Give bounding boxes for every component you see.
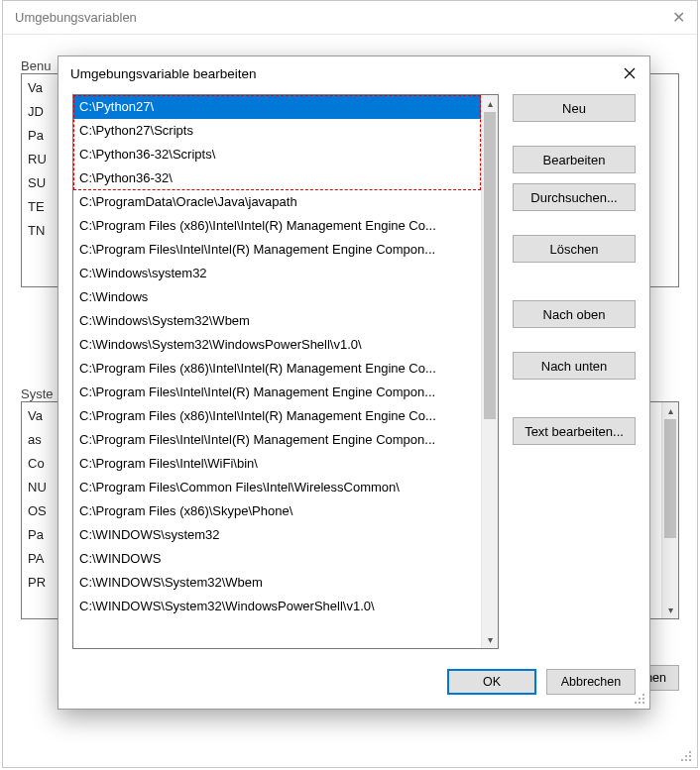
- path-row[interactable]: C:\Program Files\Intel\WiFi\bin\: [73, 452, 481, 476]
- path-row[interactable]: C:\Program Files (x86)\Skype\Phone\: [73, 499, 481, 523]
- path-row[interactable]: C:\Python36-32\: [73, 166, 481, 190]
- path-row[interactable]: C:\Python27\: [73, 95, 481, 119]
- svg-rect-11: [635, 702, 637, 704]
- resize-grip-icon[interactable]: [633, 692, 646, 706]
- ok-button[interactable]: OK: [447, 669, 536, 695]
- svg-rect-9: [642, 702, 644, 704]
- browse-button[interactable]: Durchsuchen...: [513, 183, 636, 211]
- edit-env-var-dialog: Umgebungsvariable bearbeiten C:\Python27…: [58, 55, 650, 710]
- scrollbar[interactable]: ▴ ▾: [481, 95, 498, 648]
- path-row[interactable]: C:\Windows\System32\Wbem: [73, 309, 481, 333]
- svg-rect-0: [689, 751, 691, 753]
- path-row[interactable]: C:\Program Files\Intel\Intel(R) Manageme…: [73, 238, 481, 262]
- path-row[interactable]: C:\Program Files (x86)\Intel\Intel(R) Ma…: [73, 214, 481, 238]
- path-row[interactable]: C:\Windows\system32: [73, 262, 481, 285]
- delete-button[interactable]: Löschen: [513, 235, 636, 263]
- close-icon[interactable]: [620, 63, 640, 83]
- svg-rect-4: [685, 759, 687, 761]
- svg-rect-2: [685, 755, 687, 757]
- svg-rect-10: [639, 702, 641, 704]
- scroll-down-icon[interactable]: ▾: [482, 631, 498, 648]
- side-button-column: Neu Bearbeiten Durchsuchen... Löschen Na…: [513, 94, 636, 649]
- path-row[interactable]: C:\Windows: [73, 285, 481, 309]
- scroll-thumb[interactable]: [484, 112, 496, 419]
- svg-rect-5: [681, 759, 683, 761]
- edit-text-button[interactable]: Text bearbeiten...: [513, 417, 636, 445]
- env-vars-title: Umgebungsvariablen: [15, 10, 137, 25]
- path-row[interactable]: C:\Program Files (x86)\Intel\Intel(R) Ma…: [73, 357, 481, 381]
- svg-rect-8: [639, 698, 641, 700]
- path-row[interactable]: C:\WINDOWS\System32\WindowsPowerShell\v1…: [73, 595, 481, 618]
- path-row[interactable]: C:\Python36-32\Scripts\: [73, 143, 481, 166]
- path-row[interactable]: C:\Program Files\Intel\Intel(R) Manageme…: [73, 428, 481, 452]
- move-down-button[interactable]: Nach unten: [513, 352, 636, 380]
- path-row[interactable]: C:\Program Files\Intel\Intel(R) Manageme…: [73, 381, 481, 404]
- path-row[interactable]: C:\ProgramData\Oracle\Java\javapath: [73, 190, 481, 214]
- cancel-button[interactable]: Abbrechen: [546, 669, 636, 695]
- scroll-up-icon[interactable]: ▴: [482, 95, 498, 112]
- path-list[interactable]: C:\Python27\C:\Python27\ScriptsC:\Python…: [73, 95, 481, 648]
- svg-rect-1: [689, 755, 691, 757]
- new-button[interactable]: Neu: [513, 94, 636, 122]
- env-vars-titlebar: Umgebungsvariablen ✕: [3, 1, 697, 35]
- path-row[interactable]: C:\WINDOWS\system32: [73, 523, 481, 547]
- close-icon[interactable]: ✕: [672, 8, 685, 27]
- svg-rect-3: [689, 759, 691, 761]
- svg-rect-7: [642, 698, 644, 700]
- scrollbar[interactable]: ▴ ▾: [661, 402, 678, 618]
- resize-grip-icon[interactable]: [679, 749, 693, 763]
- dialog-titlebar: Umgebungsvariable bearbeiten: [58, 56, 649, 90]
- path-row[interactable]: C:\WINDOWS: [73, 547, 481, 571]
- move-up-button[interactable]: Nach oben: [513, 300, 636, 328]
- scroll-down-icon[interactable]: ▾: [662, 602, 678, 618]
- path-row[interactable]: C:\Python27\Scripts: [73, 119, 481, 143]
- edit-button[interactable]: Bearbeiten: [513, 146, 636, 173]
- user-vars-group-label: Benu: [21, 58, 51, 73]
- scroll-thumb[interactable]: [664, 419, 676, 538]
- path-row[interactable]: C:\Windows\System32\WindowsPowerShell\v1…: [73, 333, 481, 357]
- path-row[interactable]: C:\Program Files (x86)\Intel\Intel(R) Ma…: [73, 404, 481, 428]
- svg-rect-6: [642, 694, 644, 696]
- path-row[interactable]: C:\WINDOWS\System32\Wbem: [73, 571, 481, 595]
- path-row[interactable]: C:\Program Files\Common Files\Intel\Wire…: [73, 476, 481, 499]
- system-vars-group-label: Syste: [21, 386, 54, 401]
- scroll-up-icon[interactable]: ▴: [662, 402, 678, 419]
- path-list-frame: C:\Python27\C:\Python27\ScriptsC:\Python…: [72, 94, 499, 649]
- dialog-title: Umgebungsvariable bearbeiten: [70, 66, 257, 81]
